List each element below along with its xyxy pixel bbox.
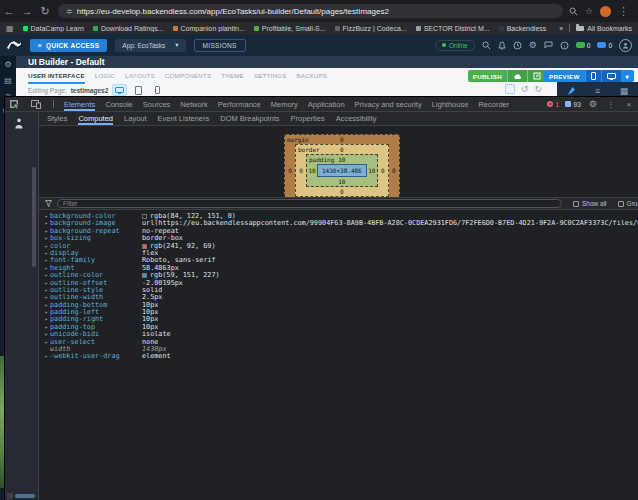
disclosure-triangle-icon[interactable]: ▸ — [43, 250, 50, 257]
builder-tab[interactable]: LAYOUTS — [125, 72, 155, 84]
computed-property-row[interactable]: ▸ box-sizing border-box — [39, 235, 638, 242]
devtools-tab[interactable]: Lighthouse — [432, 97, 469, 111]
computed-property-row[interactable]: ▸ outline-color rgb(59, 151, 227) — [39, 272, 638, 279]
builder-tab[interactable]: USER INTERFACE — [28, 72, 85, 84]
disclosure-triangle-icon[interactable]: ▸ — [43, 287, 50, 294]
elements-subtab[interactable]: Layout — [124, 112, 147, 125]
bookmark-item[interactable]: Profitable, Small-S... — [254, 25, 326, 32]
preview-button[interactable]: PREVIEW — [544, 70, 585, 82]
preview-chevron-icon[interactable]: ▾ — [621, 70, 634, 82]
disclosure-triangle-icon[interactable]: ▸ — [43, 235, 50, 242]
devtools-close-icon[interactable]: × — [623, 100, 635, 109]
bookmark-star-icon[interactable]: ☆ — [585, 6, 593, 16]
elements-subtab[interactable]: Accessibility — [336, 112, 377, 125]
disclosure-triangle-icon[interactable]: ▸ — [43, 353, 50, 360]
disclosure-triangle-icon[interactable]: ▸ — [43, 324, 50, 331]
help-info-icon[interactable]: i — [560, 41, 569, 50]
disclosure-triangle-icon[interactable]: ▸ — [43, 220, 50, 227]
disclosure-triangle-icon[interactable]: ▸ — [43, 339, 50, 346]
browser-menu-icon[interactable]: ⋮ — [618, 5, 629, 18]
box-model-content[interactable]: 1430×38.486 — [317, 164, 367, 177]
panel-icon[interactable]: ▤ — [4, 77, 12, 85]
bookmark-item[interactable]: DataCamp Learn — [23, 25, 84, 32]
forward-icon[interactable]: → — [18, 5, 36, 17]
backendless-logo-icon[interactable] — [6, 39, 22, 51]
computed-property-row[interactable]: ▸ background-color rgba(84, 122, 151, 0) — [39, 213, 638, 220]
theme-brush-icon[interactable] — [567, 86, 576, 96]
disclosure-triangle-icon[interactable]: ▸ — [43, 243, 50, 250]
disclosure-triangle-icon[interactable]: ▸ — [43, 316, 50, 323]
box-model-padding[interactable]: padding 10 10 1430×38.486 10 — [306, 154, 378, 187]
filter-input[interactable] — [57, 199, 562, 208]
disclosure-triangle-icon[interactable]: ▸ — [43, 280, 50, 287]
devtools-tab[interactable]: Elements — [64, 97, 95, 111]
computed-property-row[interactable]: ▸ outline-offset -2.00195px — [39, 280, 638, 287]
settings-gear-icon[interactable]: ⚙ — [4, 61, 11, 69]
disclosure-triangle-icon[interactable]: ▸ — [43, 331, 50, 338]
publish-button[interactable]: PUBLISH — [468, 70, 507, 82]
quick-access-button[interactable]: ≡ QUICK ACCESS — [30, 39, 107, 52]
history-clock-icon[interactable] — [513, 41, 522, 50]
vertical-scrollbar[interactable] — [32, 167, 36, 267]
undo-icon[interactable]: ↺ — [521, 84, 529, 94]
elements-subtab[interactable]: Computed — [78, 112, 113, 125]
disclosure-triangle-icon[interactable]: ▸ — [43, 309, 50, 316]
back-icon[interactable]: ← — [0, 5, 18, 17]
bookmarks-overflow-icon[interactable]: » — [559, 25, 563, 32]
site-settings-icon[interactable]: ≑ — [66, 7, 72, 16]
inspect-element-icon[interactable] — [9, 99, 21, 109]
preview-monitor-icon[interactable] — [601, 70, 621, 82]
publish-cloud-icon[interactable] — [507, 70, 527, 82]
disclosure-triangle-icon[interactable]: ▸ — [43, 228, 50, 235]
blue-credits-counter[interactable]: 0 — [597, 42, 612, 49]
components-grid-icon[interactable]: ▦ — [620, 86, 629, 96]
browser-profile-avatar[interactable] — [600, 6, 611, 17]
bookmark-item[interactable]: Download Ratings... — [93, 25, 164, 32]
disclosure-triangle-icon[interactable]: ▸ — [43, 265, 50, 272]
computed-property-row[interactable]: ▸ background-image url(https://eu.backen… — [39, 220, 638, 227]
computed-property-row[interactable]: ▸ padding-top 10px — [39, 324, 638, 331]
search-icon[interactable] — [569, 7, 578, 16]
builder-tab[interactable]: LOGIC — [95, 72, 115, 84]
computed-property-row[interactable]: ▸ color rgb(241, 92, 69) — [39, 243, 638, 250]
builder-tab[interactable]: SETTINGS — [254, 72, 287, 84]
desktop-viewport-button[interactable] — [112, 84, 127, 96]
computed-property-row[interactable]: ▸ height 58.4863px — [39, 265, 638, 272]
computed-property-row[interactable]: ▸ width 1430px — [39, 346, 638, 353]
horizontal-scrollbar[interactable] — [15, 494, 35, 498]
selection-mode-icon[interactable] — [505, 84, 515, 94]
bookmark-item[interactable]: Backendless — [499, 25, 547, 32]
bookmark-item[interactable]: FizzBuzz | Codeca... — [335, 25, 407, 32]
all-bookmarks-button[interactable]: All Bookmarks — [576, 25, 632, 32]
computed-property-row[interactable]: ▸ user-select none — [39, 339, 638, 346]
computed-property-row[interactable]: ▸ padding-left 10px — [39, 309, 638, 316]
error-count-badge[interactable]: × 1 — [547, 101, 559, 108]
devtools-tab[interactable]: Memory — [271, 97, 298, 111]
settings-gear-icon[interactable]: ⚙ — [529, 41, 537, 50]
disclosure-triangle-icon[interactable]: ▸ — [43, 257, 50, 264]
disclosure-triangle-icon[interactable]: ▸ — [43, 213, 50, 220]
reload-icon[interactable]: ↻ — [36, 5, 54, 18]
app-select-dropdown[interactable]: App: EcoTasks ▾ — [115, 39, 185, 52]
elements-subtab[interactable]: DOM Breakpoints — [220, 112, 279, 125]
bookmark-item[interactable]: Companion plantin... — [173, 25, 245, 32]
devtools-settings-gear-icon[interactable]: ⚙ — [587, 99, 599, 109]
notifications-bell-icon[interactable] — [498, 41, 506, 50]
user-avatar[interactable] — [619, 39, 632, 52]
box-model-border[interactable]: border 0 0 padding 10 10 — [295, 144, 389, 197]
search-icon[interactable] — [482, 41, 491, 50]
computed-property-row[interactable]: ▸ display flex — [39, 250, 638, 257]
devtools-tab[interactable]: Performance — [218, 97, 261, 111]
elements-subtab[interactable]: Event Listeners — [158, 112, 210, 125]
computed-property-row[interactable]: ▸ unicode-bidi isolate — [39, 331, 638, 338]
elements-subtab[interactable]: Styles — [47, 112, 67, 125]
computed-property-row[interactable]: ▸ padding-right 10px — [39, 316, 638, 323]
devtools-tab[interactable]: Privacy and security — [355, 97, 422, 111]
elements-subtab[interactable]: Properties — [290, 112, 324, 125]
disclosure-triangle-icon[interactable]: ▸ — [43, 294, 50, 301]
group-checkbox[interactable]: Group — [618, 200, 638, 207]
apps-grid-icon[interactable]: ▦ — [6, 24, 14, 33]
devtools-menu-icon[interactable]: ⋮ — [605, 100, 617, 109]
builder-tab[interactable]: COMPONENTS — [165, 72, 211, 84]
disclosure-triangle-icon[interactable]: ▸ — [43, 272, 50, 279]
